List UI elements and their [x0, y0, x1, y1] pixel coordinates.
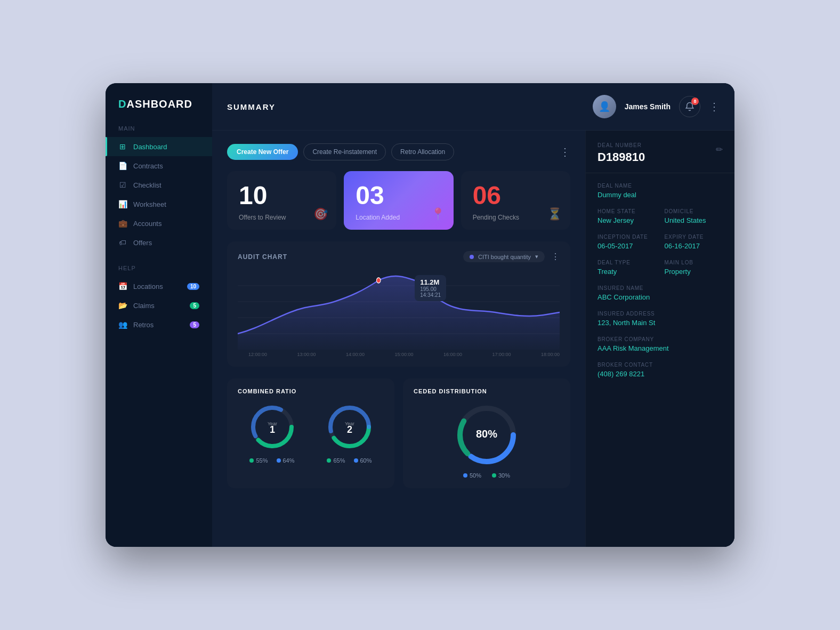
logo: DASHBOARD — [106, 98, 212, 125]
broker-company-value: AAA Risk Management — [597, 344, 723, 352]
edit-deal-button[interactable]: ✏ — [716, 144, 723, 155]
sidebar-label-locations: Locations — [133, 282, 163, 290]
claims-badge: 5 — [190, 302, 199, 309]
worksheet-icon: 📊 — [118, 200, 127, 208]
offers-icon: 🏷 — [118, 238, 127, 247]
ratio-title: COMBINED RATIO — [238, 388, 384, 394]
action-more-button[interactable]: ⋮ — [560, 146, 570, 158]
location-card-icon: 📍 — [431, 207, 445, 221]
x-label-4: 16:00:00 — [443, 352, 462, 357]
insured-address-value: 123, North Main St — [597, 319, 723, 327]
pending-label: Pending Checks — [473, 214, 559, 221]
header-right: 👤 James Smith 8 ⋮ — [593, 95, 720, 118]
location-card: 03 Location Added 📍 — [344, 171, 453, 230]
offers-number: 10 — [239, 183, 325, 208]
deal-name-value: Dummy deal — [597, 191, 723, 199]
sidebar-label-claims: Claims — [133, 302, 155, 310]
deal-type-label: Deal Type — [597, 260, 656, 265]
avatar: 👤 — [593, 95, 616, 118]
year1-donut: Year 1 55% 64% — [248, 403, 296, 464]
chart-filter[interactable]: CITI bought quantity ▾ — [463, 251, 545, 262]
sidebar-item-locations[interactable]: 📅 Locations 10 — [106, 277, 212, 296]
notification-count: 8 — [691, 98, 699, 105]
sidebar: DASHBOARD Main ⊞ Dashboard 📄 Contracts ☑… — [106, 83, 212, 547]
location-number: 03 — [356, 183, 441, 208]
sidebar-item-claims[interactable]: 📂 Claims 5 — [106, 296, 212, 315]
dashboard-icon: ⊞ — [118, 142, 127, 151]
insured-name-label: Insured Name — [597, 285, 723, 291]
deal-name-row: Deal Name Dummy deal — [597, 183, 723, 199]
insured-name-field: Insured Name ABC Corporation — [597, 285, 723, 301]
create-reinstatement-button[interactable]: Create Re-instatement — [303, 143, 386, 160]
year1-svg: Year 1 — [248, 403, 296, 451]
donut-row: Year 1 55% 64% — [238, 403, 384, 464]
x-label-1: 13:00:00 — [297, 352, 316, 357]
sidebar-item-accounts[interactable]: 💼 Accounts — [106, 214, 212, 233]
svg-text:2: 2 — [346, 424, 352, 435]
insured-address-row: Insured Address 123, North Main St — [597, 311, 723, 327]
retros-badge: 5 — [190, 321, 199, 328]
stat-cards: 10 Offers to Review 🎯 03 Location Added … — [227, 171, 570, 230]
ceded-green-label: 30% — [492, 472, 510, 479]
offers-card-icon: 🎯 — [313, 207, 328, 221]
year2-labels: 65% 60% — [327, 457, 371, 464]
pending-card-icon: ⏳ — [547, 207, 562, 221]
domicile-field: Domicile United States — [665, 208, 723, 224]
sidebar-item-offers[interactable]: 🏷 Offers — [106, 233, 212, 252]
sidebar-item-worksheet[interactable]: 📊 Worksheet — [106, 195, 212, 214]
chart-more-button[interactable]: ⋮ — [551, 252, 560, 262]
x-label-6: 18:00:00 — [541, 352, 560, 357]
user-name: James Smith — [625, 102, 671, 111]
main-lob-value: Property — [665, 268, 723, 276]
main-lob-field: Main LOB Property — [665, 260, 723, 276]
right-panel: DEAL NUMBER D189810 ✏ Deal Name Dummy de… — [585, 131, 734, 547]
action-bar: Create New Offer Create Re-instatement R… — [227, 143, 570, 160]
expiry-field: Expiry Date 06-16-2017 — [665, 234, 723, 250]
sidebar-label-accounts: Accounts — [133, 220, 161, 228]
offers-card: 10 Offers to Review 🎯 — [227, 171, 336, 230]
accounts-icon: 💼 — [118, 219, 127, 228]
bottom-charts: COMBINED RATIO Year 1 — [227, 378, 570, 488]
filter-chevron-icon: ▾ — [535, 253, 538, 260]
svg-text:80%: 80% — [476, 428, 497, 440]
x-label-5: 17:00:00 — [492, 352, 511, 357]
broker-contact-label: Broker Contact — [597, 362, 723, 368]
more-menu-button[interactable]: ⋮ — [709, 100, 720, 113]
locations-badge: 10 — [187, 283, 199, 290]
claims-icon: 📂 — [118, 301, 127, 310]
contracts-icon: 📄 — [118, 161, 127, 170]
sidebar-item-dashboard[interactable]: ⊞ Dashboard — [106, 137, 212, 156]
svg-text:1: 1 — [269, 424, 274, 435]
broker-contact-row: Broker Contact (408) 269 8221 — [597, 362, 723, 378]
checklist-icon: ☑ — [118, 181, 127, 189]
audit-chart-section: AUDIT CHART CITI bought quantity ▾ ⋮ 11.… — [227, 241, 570, 367]
year1-blue-label: 64% — [277, 457, 295, 464]
year1-labels: 55% 64% — [249, 457, 294, 464]
broker-company-field: Broker Company AAA Risk Management — [597, 336, 723, 352]
chart-title: AUDIT CHART — [238, 253, 287, 261]
filter-dot — [470, 255, 474, 259]
sidebar-item-checklist[interactable]: ☑ Checklist — [106, 175, 212, 195]
sidebar-item-retros[interactable]: 👥 Retros 5 — [106, 315, 212, 334]
page-title: SUMMARY — [227, 102, 276, 111]
deal-fields: Deal Name Dummy deal Home State New Jers… — [586, 173, 734, 547]
retros-icon: 👥 — [118, 320, 127, 329]
create-offer-button[interactable]: Create New Offer — [227, 144, 298, 160]
notification-button[interactable]: 8 — [679, 96, 700, 117]
expiry-label: Expiry Date — [665, 234, 723, 240]
retro-allocation-button[interactable]: Retro Allocation — [391, 143, 454, 160]
ceded-blue-label: 50% — [463, 472, 481, 479]
insured-address-label: Insured Address — [597, 311, 723, 317]
ceded-title-main: DISTRIBUTION — [439, 388, 487, 394]
inception-label: Inception Date — [597, 234, 656, 240]
deal-name-field: Deal Name Dummy deal — [597, 183, 723, 199]
deal-number-value: D189810 — [597, 150, 645, 164]
pending-card: 06 Pending Checks ⏳ — [461, 171, 570, 230]
year2-blue-label: 60% — [354, 457, 372, 464]
x-label-0: 12:00:00 — [248, 352, 267, 357]
inception-field: Inception Date 06-05-2017 — [597, 234, 656, 250]
sidebar-item-contracts[interactable]: 📄 Contracts — [106, 156, 212, 175]
filter-label: CITI bought quantity — [478, 254, 531, 260]
sidebar-label-retros: Retros — [133, 321, 154, 329]
center-panel: Create New Offer Create Re-instatement R… — [212, 131, 585, 547]
